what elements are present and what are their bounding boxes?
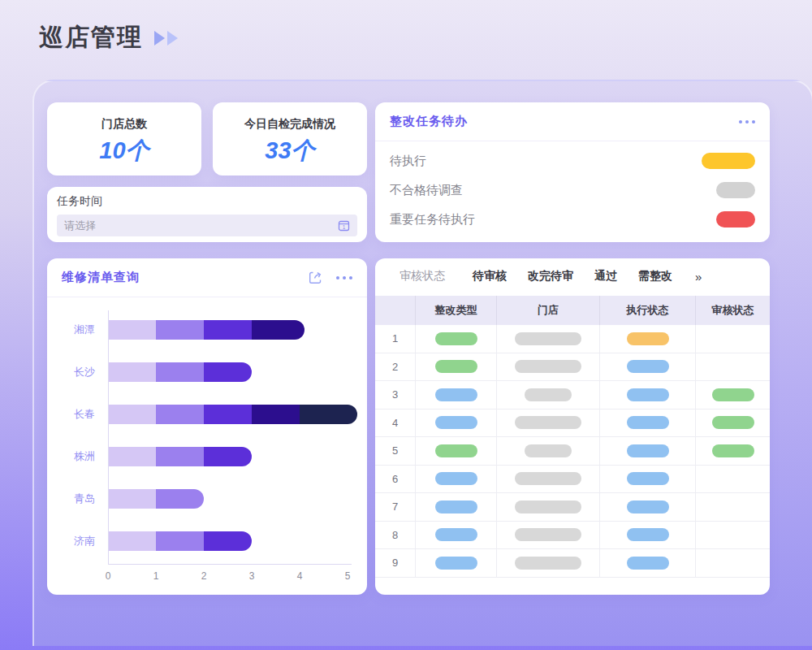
chart-x-tick: 3	[249, 570, 255, 582]
table-row[interactable]: 6	[375, 466, 770, 494]
table-row[interactable]: 1	[375, 325, 770, 353]
rectify-type-cell	[416, 325, 497, 353]
todo-panel-header: 整改任务待办	[375, 102, 770, 141]
row-number-cell: 8	[375, 522, 416, 549]
bar-segment	[204, 362, 252, 382]
task-time-placeholder: 请选择	[64, 219, 96, 233]
bar-segment	[108, 489, 156, 509]
store-cell	[497, 466, 600, 493]
status-pill	[515, 332, 581, 345]
review-filter-tab[interactable]: 通过	[594, 269, 617, 284]
table-row[interactable]: 2	[375, 353, 770, 382]
store-cell	[497, 353, 600, 381]
status-pill	[515, 360, 581, 373]
dashboard-board: 门店总数 10个 今日自检完成情况 33个 任务时间 请选择 1 整改任务待办 …	[32, 80, 812, 646]
status-pill	[627, 360, 669, 373]
row-number-cell: 5	[375, 437, 416, 465]
table-row[interactable]: 8	[375, 522, 770, 550]
ellipsis-icon[interactable]	[336, 276, 352, 280]
todo-item-label: 不合格待调查	[390, 183, 463, 198]
bar-segment	[204, 447, 252, 466]
bar-segment	[204, 405, 252, 424]
table-row[interactable]: 3	[375, 381, 770, 410]
exec-status-cell	[600, 493, 696, 521]
page-header: 巡店管理	[39, 21, 180, 54]
status-pill	[435, 557, 477, 570]
bar-segment	[156, 320, 204, 340]
bar-segment	[204, 531, 252, 551]
status-pill	[515, 528, 581, 541]
row-number: 6	[392, 473, 398, 485]
status-pill	[712, 388, 754, 401]
table-header-cell: 整改类型	[416, 296, 497, 325]
status-pill	[627, 388, 669, 401]
exec-status-cell	[600, 410, 696, 437]
chart-x-tick: 1	[153, 570, 159, 582]
status-pill	[515, 472, 581, 485]
bar-segment	[156, 362, 204, 382]
review-status-cell	[696, 466, 770, 493]
stat-card-store-total: 门店总数 10个	[47, 102, 201, 176]
more-tabs-icon[interactable]: »	[695, 270, 702, 284]
bar-segment	[108, 531, 156, 551]
table-row[interactable]: 7	[375, 493, 770, 522]
bar-segment	[252, 320, 304, 340]
bar-segment	[204, 320, 252, 340]
status-pill	[627, 528, 669, 541]
table-header-row: 整改类型门店执行状态审核状态	[375, 296, 770, 325]
row-number-cell: 1	[375, 325, 416, 353]
task-time-picker[interactable]: 请选择 1	[57, 214, 357, 236]
table-row[interactable]: 5	[375, 437, 770, 466]
status-pill	[627, 444, 669, 457]
exec-status-cell	[600, 381, 696, 409]
review-filter-tab[interactable]: 待审核	[473, 269, 507, 284]
status-pill	[525, 388, 572, 401]
stacked-bar	[108, 405, 357, 424]
stat-value: 10个	[47, 135, 201, 167]
rectify-type-cell	[416, 549, 497, 577]
row-number-cell: 6	[375, 466, 416, 493]
exec-status-cell	[600, 522, 696, 549]
todo-item[interactable]: 待执行	[390, 146, 755, 176]
chart-x-tick: 0	[106, 570, 111, 582]
review-filter-bar: 审核状态 待审核改完待审通过需整改»	[400, 269, 702, 284]
chart-bar-row: 青岛	[60, 478, 354, 520]
status-pill	[435, 360, 477, 373]
store-cell	[497, 410, 600, 437]
chart-x-tick: 2	[201, 570, 207, 582]
status-pill	[702, 153, 755, 169]
store-cell	[497, 381, 600, 409]
bar-segment	[300, 405, 357, 424]
todo-panel-title: 整改任务待办	[390, 114, 468, 129]
table-header-cell	[375, 296, 416, 325]
rectify-type-cell	[416, 353, 497, 381]
row-number: 4	[392, 417, 398, 429]
review-filter-label: 审核状态	[400, 269, 445, 284]
todo-item[interactable]: 重要任务待执行	[390, 205, 755, 234]
status-pill	[716, 182, 755, 198]
todo-item[interactable]: 不合格待调查	[390, 176, 755, 205]
stacked-bar	[108, 362, 252, 382]
table-row[interactable]: 4	[375, 410, 770, 438]
row-number: 9	[392, 557, 398, 569]
ellipsis-icon[interactable]	[739, 120, 755, 124]
review-status-cell	[696, 325, 770, 353]
review-filter-tab[interactable]: 改完待审	[528, 269, 573, 284]
status-pill	[435, 388, 477, 401]
review-status-cell	[696, 437, 770, 465]
rectify-type-cell	[416, 522, 497, 549]
export-icon[interactable]	[308, 270, 323, 285]
chart-category-label: 长沙	[60, 365, 95, 379]
chart-y-axis	[108, 310, 109, 564]
bar-segment	[108, 362, 156, 382]
table-header-cell: 执行状态	[600, 296, 696, 325]
bar-segment	[156, 405, 204, 424]
store-cell	[497, 437, 600, 465]
task-time-card: 任务时间 请选择 1	[47, 187, 367, 242]
table-row[interactable]: 9	[375, 549, 770, 578]
row-number: 7	[392, 500, 398, 513]
review-status-cell	[696, 522, 770, 549]
row-number: 1	[392, 332, 398, 344]
chart-x-axis	[108, 564, 352, 565]
review-filter-tab[interactable]: 需整改	[638, 269, 672, 284]
